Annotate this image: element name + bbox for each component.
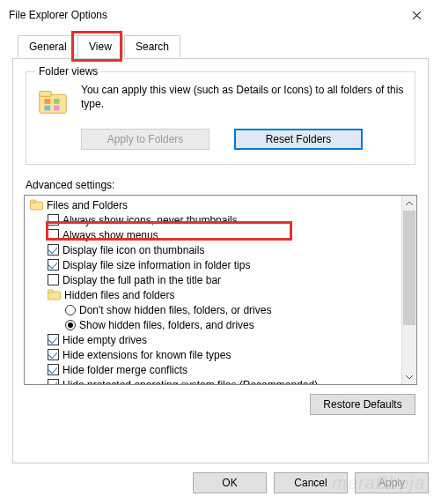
checkbox-icon[interactable]	[48, 379, 59, 384]
tree-item-label: Hide protected operating system files (R…	[62, 379, 318, 385]
tree-item-label: Hidden files and folders	[64, 289, 174, 301]
tab-view[interactable]: View	[77, 35, 123, 57]
tree-item[interactable]: Hide extensions for known file types	[25, 347, 401, 362]
ok-button[interactable]: OK	[193, 472, 267, 493]
cancel-button[interactable]: Cancel	[274, 472, 348, 493]
svg-rect-9	[48, 290, 54, 293]
titlebar: File Explorer Options	[0, 0, 441, 30]
folder-views-description: You can apply this view (such as Details…	[81, 83, 406, 120]
checkbox-icon[interactable]	[48, 334, 59, 345]
advanced-settings-tree: Files and Folders Always show icons, nev…	[24, 195, 417, 385]
checkbox-icon[interactable]	[48, 214, 59, 226]
chevron-up-icon	[406, 201, 413, 206]
tree-item[interactable]: Hide empty drives	[25, 332, 401, 347]
tree-item-label: Always show icons, never thumbnails	[62, 214, 238, 226]
tree-item[interactable]: Display file icon on thumbnails	[25, 242, 401, 257]
window-title: File Explorer Options	[9, 9, 397, 21]
checkbox-icon[interactable]	[48, 229, 59, 241]
tree-item-label: Hide empty drives	[62, 334, 147, 346]
tree-item-label: Always show menus	[62, 229, 158, 241]
radio-icon[interactable]	[65, 320, 76, 330]
checkbox-icon[interactable]	[48, 274, 59, 285]
tree-item-label: Display file size information in folder …	[62, 259, 250, 271]
apply-button: Apply	[355, 472, 429, 493]
checkbox-icon[interactable]	[48, 259, 59, 271]
svg-rect-0	[40, 94, 66, 113]
options-dialog: File Explorer Options General View Searc…	[0, 0, 441, 504]
tree-item[interactable]: Display the full path in the title bar	[25, 272, 401, 287]
tree-item[interactable]: Show hidden files, folders, and drives	[25, 317, 401, 332]
tree-item[interactable]: Don't show hidden files, folders, or dri…	[25, 302, 401, 317]
folder-views-group: Folder views You can apply this view (su…	[26, 71, 415, 165]
svg-rect-7	[31, 200, 36, 203]
folder-icon	[30, 199, 43, 211]
tree-root[interactable]: Files and Folders	[25, 197, 401, 212]
tree-root-label: Files and Folders	[47, 199, 128, 211]
folder-views-title: Folder views	[35, 65, 101, 78]
view-panel: Folder views You can apply this view (su…	[12, 58, 429, 463]
tree-item-label: Don't show hidden files, folders, or dri…	[79, 304, 271, 316]
tab-search[interactable]: Search	[124, 35, 180, 57]
folder-icon	[48, 289, 61, 300]
checkbox-icon[interactable]	[48, 244, 59, 256]
svg-rect-3	[54, 99, 60, 104]
tree-item[interactable]: Hide folder merge conflicts	[25, 362, 401, 377]
tab-general[interactable]: General	[18, 35, 78, 57]
checkbox-icon[interactable]	[48, 349, 59, 360]
close-icon	[412, 11, 422, 20]
restore-defaults-button[interactable]: Restore Defaults	[310, 394, 415, 415]
tree-content: Files and Folders Always show icons, nev…	[25, 196, 401, 384]
apply-to-folders-button: Apply to Folders	[81, 129, 209, 150]
tab-bar: General View Search	[12, 35, 429, 58]
tree-item[interactable]: Hide protected operating system files (R…	[25, 377, 401, 384]
tree-item[interactable]: Display file size information in folder …	[25, 257, 401, 272]
svg-rect-4	[45, 106, 51, 111]
radio-icon[interactable]	[65, 305, 76, 315]
vertical-scrollbar[interactable]	[401, 196, 416, 384]
close-button[interactable]	[397, 3, 436, 27]
tree-item-label: Hide extensions for known file types	[62, 349, 231, 361]
tree-item-label: Hide folder merge conflicts	[62, 364, 187, 376]
scroll-down-button[interactable]	[402, 369, 416, 384]
scroll-up-button[interactable]	[402, 196, 416, 211]
svg-rect-2	[45, 99, 51, 104]
dialog-buttons: OK Cancel Apply	[193, 472, 429, 493]
checkbox-icon[interactable]	[48, 364, 59, 375]
tree-item-label: Display file icon on thumbnails	[62, 244, 204, 256]
svg-rect-5	[54, 106, 60, 111]
tree-item[interactable]: Always show icons, never thumbnails	[25, 212, 401, 227]
scroll-thumb[interactable]	[403, 211, 415, 325]
tree-item-label: Show hidden files, folders, and drives	[79, 319, 254, 331]
chevron-down-icon	[406, 374, 413, 380]
folder-icon	[35, 83, 70, 120]
tree-item-label: Display the full path in the title bar	[62, 274, 221, 286]
tree-item[interactable]: Always show menus	[25, 227, 401, 242]
reset-folders-button[interactable]: Reset Folders	[234, 129, 363, 150]
advanced-settings-label: Advanced settings:	[26, 179, 415, 191]
tree-subfolder[interactable]: Hidden files and folders	[25, 287, 401, 302]
svg-rect-1	[40, 92, 51, 97]
